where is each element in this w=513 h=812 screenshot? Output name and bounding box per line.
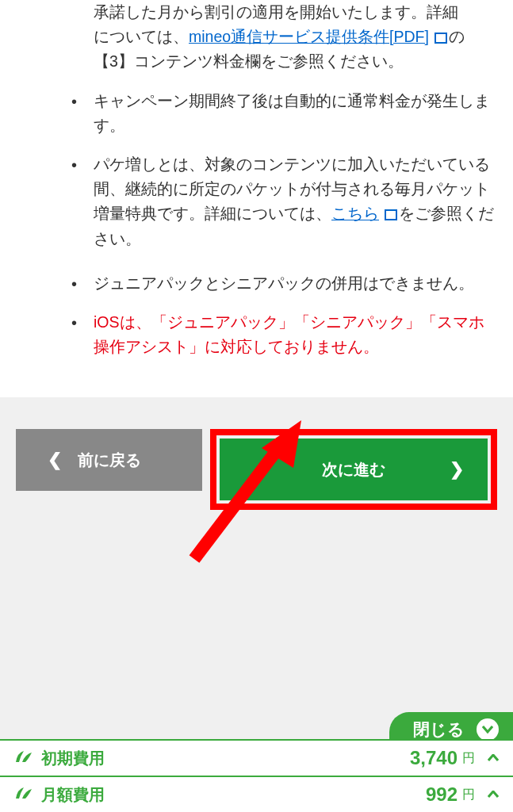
navigation-buttons: ❮ 前に戻る 次に進む ❯ [16,421,497,510]
note-item: パケ増しとは、対象のコンテンツに加入いただいている間、継続的に所定のパケットが付… [71,152,497,251]
next-button-label: 次に進む [322,459,385,481]
footer-right-group: 992 円 [426,783,499,806]
back-button[interactable]: ❮ 前に戻る [16,429,202,491]
currency-unit: 円 [462,787,475,803]
note-partial-top: 承諾した月から割引の適用を開始いたします。詳細については、mineo通信サービス… [16,0,497,75]
leaf-icon [14,748,33,768]
close-panel-label: 閉じる [413,718,465,741]
note-item: キャンペーン期間終了後は自動的に通常料金が発生します。 [71,89,497,138]
chevron-left-icon: ❮ [48,450,62,470]
notes-list: キャンペーン期間終了後は自動的に通常料金が発生します。 パケ増しとは、対象のコン… [16,89,497,251]
initial-fee-row[interactable]: 初期費用 3,740 円 [0,739,513,776]
chevron-down-icon [477,718,499,741]
note-item: ジュニアパックとシニアパックの併用はできません。 [71,271,497,296]
leaf-icon [14,784,33,805]
footer-left-group: 月額費用 [14,784,105,806]
detail-link[interactable]: こちら [331,205,379,222]
monthly-fee-row[interactable]: 月額費用 992 円 [0,776,513,812]
back-button-label: 前に戻る [78,450,141,471]
notes-list-secondary: ジュニアパックとシニアパックの併用はできません。 iOSは、「ジュニアパック」「… [16,271,497,360]
monthly-fee-label: 月額費用 [41,784,105,806]
initial-fee-label: 初期費用 [41,748,105,769]
currency-unit: 円 [462,750,475,767]
pdf-link[interactable]: mineo通信サービス提供条件[PDF] [189,28,429,45]
monthly-fee-amount: 992 [426,783,457,806]
footer-fee-summary: 初期費用 3,740 円 月額費用 992 円 [0,739,513,812]
chevron-right-icon: ❯ [450,459,464,480]
notes-section: 承諾した月から割引の適用を開始いたします。詳細については、mineo通信サービス… [0,0,513,397]
next-button[interactable]: 次に進む ❯ [220,439,488,500]
initial-fee-amount: 3,740 [410,747,457,769]
chevron-up-icon [488,787,499,802]
footer-right-group: 3,740 円 [410,747,499,769]
next-button-highlight: 次に進む ❯ [210,429,497,510]
external-link-icon [435,33,447,44]
footer-left-group: 初期費用 [14,748,105,769]
note-item-warning: iOSは、「ジュニアパック」「シニアパック」「スマホ操作アシスト」に対応しており… [71,310,497,359]
external-link-icon [385,209,397,220]
chevron-up-icon [488,751,499,765]
